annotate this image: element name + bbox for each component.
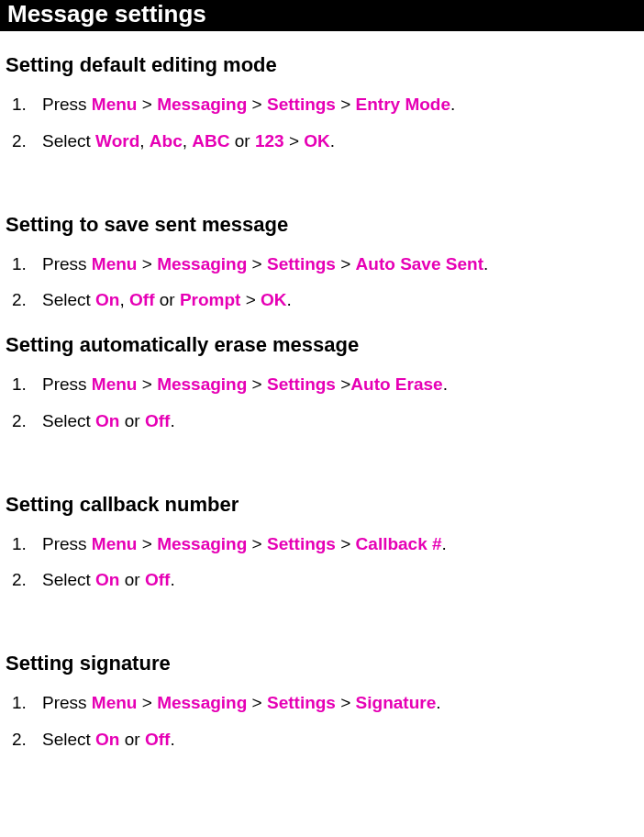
step-item: Select On, Off or Prompt > OK. — [31, 289, 638, 311]
sep: , — [139, 131, 150, 151]
sep: > — [247, 254, 267, 273]
text: . — [436, 693, 440, 712]
option: On — [95, 730, 119, 749]
menu-path-item: Settings — [267, 534, 336, 553]
menu-path-item: Callback # — [356, 534, 442, 553]
step-item: Select On or Off. — [31, 729, 638, 751]
menu-path-item: Messaging — [157, 374, 247, 394]
menu-path-item: Menu — [92, 95, 138, 114]
sep: or — [154, 290, 179, 309]
text: . — [170, 730, 174, 749]
section-heading: Setting default editing mode — [6, 53, 638, 77]
section-entry-mode: Setting default editing mode Press Menu … — [0, 53, 644, 152]
option: Word — [95, 131, 139, 151]
text: . — [450, 95, 455, 114]
section-callback-number: Setting callback number Press Menu > Mes… — [0, 493, 644, 592]
text: Select — [42, 131, 95, 151]
section-signature: Setting signature Press Menu > Messaging… — [0, 652, 644, 751]
text: Select — [42, 570, 95, 589]
sep: > — [247, 374, 267, 394]
step-item: Press Menu > Messaging > Settings > Auto… — [31, 253, 638, 275]
sep: > — [137, 374, 157, 394]
option: On — [95, 411, 119, 430]
text: Select — [42, 290, 95, 309]
menu-path-item: Menu — [92, 374, 138, 394]
menu-path-item: Settings — [267, 254, 336, 273]
menu-path-item: Menu — [92, 693, 138, 712]
step-item: Press Menu > Messaging > Settings > Call… — [31, 533, 638, 555]
text: Press — [42, 693, 92, 712]
sep: or — [119, 570, 144, 589]
sep: > — [137, 534, 157, 553]
sep: > — [247, 95, 267, 114]
text: . — [443, 374, 448, 394]
sep: > — [336, 534, 356, 553]
text: . — [442, 534, 447, 553]
sep: or — [119, 730, 144, 749]
spacer — [0, 608, 644, 630]
steps-list: Press Menu > Messaging > Settings > Entr… — [6, 94, 638, 152]
sep: > — [247, 534, 267, 553]
text: Select — [42, 411, 95, 430]
sep: > — [137, 693, 157, 712]
text: Press — [42, 254, 92, 273]
steps-list: Press Menu > Messaging > Settings >Auto … — [6, 374, 638, 432]
text: . — [330, 131, 335, 151]
sep: > — [336, 693, 356, 712]
option: 123 — [255, 131, 284, 151]
sep: , — [119, 290, 129, 309]
option: OK — [261, 290, 287, 309]
step-item: Press Menu > Messaging > Settings >Auto … — [31, 374, 638, 396]
step-item: Select Word, Abc, ABC or 123 > OK. — [31, 130, 638, 152]
section-heading: Setting signature — [6, 652, 638, 675]
step-item: Press Menu > Messaging > Settings > Sign… — [31, 692, 638, 714]
menu-path-item: Settings — [267, 374, 336, 394]
option: On — [95, 290, 119, 309]
spacer — [0, 449, 644, 471]
section-auto-erase: Setting automatically erase message Pres… — [0, 333, 644, 432]
menu-path-item: Auto Erase — [350, 374, 442, 394]
sep: > — [284, 131, 305, 151]
sep: > — [137, 254, 157, 273]
menu-path-item: Menu — [92, 534, 138, 553]
menu-path-item: Auto Save Sent — [356, 254, 483, 273]
section-auto-save-sent: Setting to save sent message Press Menu … — [0, 213, 644, 312]
option: Abc — [150, 131, 183, 151]
steps-list: Press Menu > Messaging > Settings > Sign… — [6, 692, 638, 751]
sep: > — [247, 693, 267, 712]
menu-path-item: Messaging — [157, 254, 247, 273]
option: Off — [129, 290, 154, 309]
option: OK — [304, 131, 330, 151]
menu-path-item: Menu — [92, 254, 138, 273]
steps-list: Press Menu > Messaging > Settings > Auto… — [6, 253, 638, 312]
option: On — [95, 570, 119, 589]
text: . — [287, 290, 292, 309]
text: Press — [42, 534, 92, 553]
menu-path-item: Entry Mode — [356, 95, 450, 114]
menu-path-item: Messaging — [157, 95, 247, 114]
menu-path-item: Messaging — [157, 534, 247, 553]
page-title: Message settings — [0, 0, 644, 31]
option: Off — [145, 411, 170, 430]
section-heading: Setting automatically erase message — [6, 333, 638, 357]
option: Prompt — [180, 290, 241, 309]
menu-path-item: Settings — [267, 95, 336, 114]
menu-path-item: Messaging — [157, 693, 247, 712]
sep: or — [230, 131, 255, 151]
sep: , — [183, 131, 193, 151]
option: Off — [145, 730, 170, 749]
sep: > — [240, 290, 261, 309]
text: Press — [42, 374, 92, 394]
menu-path-item: Settings — [267, 693, 336, 712]
sep: > — [336, 95, 356, 114]
text: . — [483, 254, 488, 273]
sep: > — [336, 254, 356, 273]
steps-list: Press Menu > Messaging > Settings > Call… — [6, 533, 638, 592]
menu-path-item: Signature — [356, 693, 437, 712]
text: Select — [42, 730, 95, 749]
text: . — [170, 570, 174, 589]
section-heading: Setting to save sent message — [6, 213, 638, 237]
sep: > — [137, 95, 157, 114]
spacer — [0, 169, 644, 191]
step-item: Select On or Off. — [31, 569, 638, 591]
